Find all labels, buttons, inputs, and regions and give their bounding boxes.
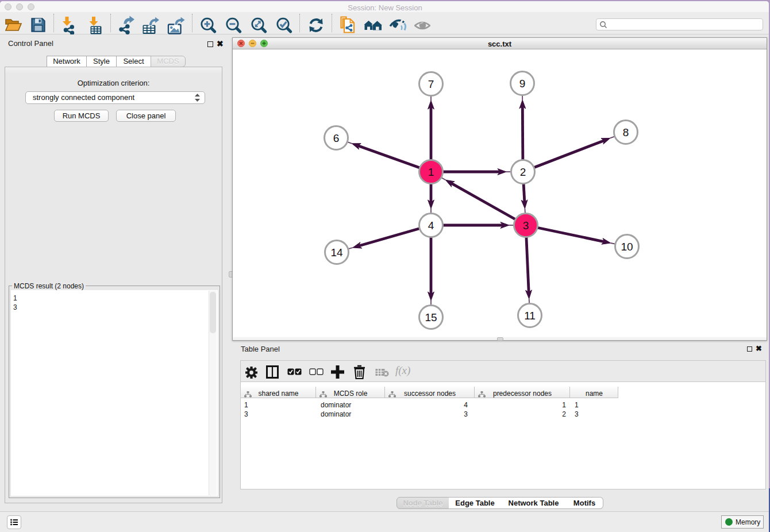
svg-text:11: 11: [524, 310, 536, 322]
svg-text:1: 1: [428, 166, 434, 178]
svg-text:7: 7: [428, 78, 434, 90]
svg-text:14: 14: [330, 246, 343, 259]
svg-text:3: 3: [523, 219, 529, 232]
svg-text:4: 4: [428, 219, 434, 232]
svg-text:2: 2: [520, 166, 526, 178]
svg-text:6: 6: [333, 132, 340, 144]
svg-text:10: 10: [621, 241, 633, 253]
svg-text:9: 9: [519, 78, 526, 90]
svg-text:15: 15: [425, 311, 437, 323]
svg-text:8: 8: [623, 126, 629, 138]
